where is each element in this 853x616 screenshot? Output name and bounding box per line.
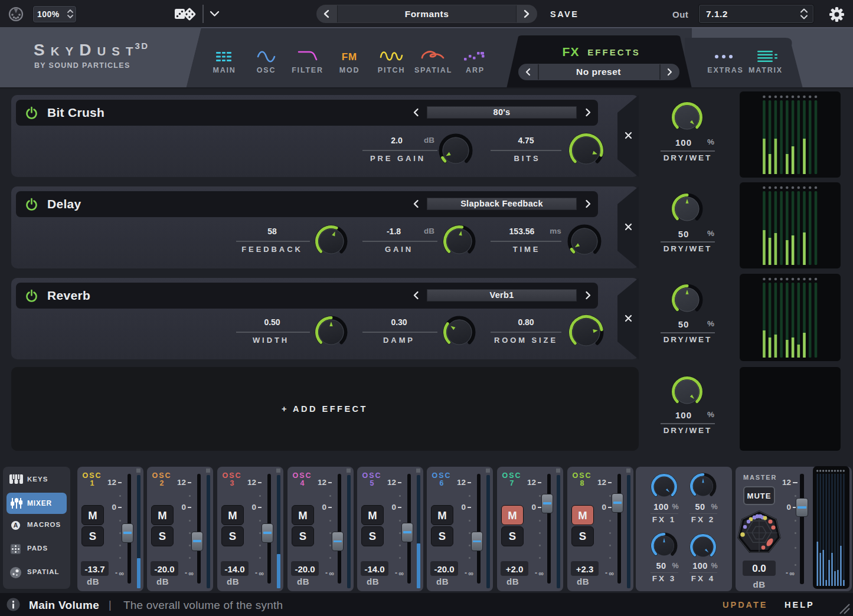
svg-text:A: A xyxy=(14,522,18,529)
